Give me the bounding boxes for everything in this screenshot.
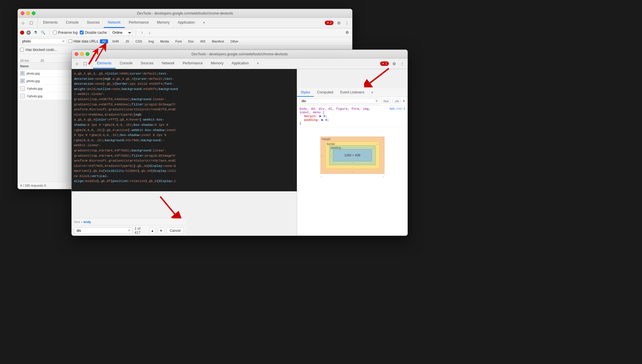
tab-network-2[interactable]: Network xyxy=(158,59,179,69)
box-bottom-dashes: - - xyxy=(320,175,385,178)
export-icon[interactable]: ↓ xyxy=(147,30,152,35)
cursor-icon[interactable]: ⊹ xyxy=(20,20,26,26)
tab-memory-1[interactable]: Memory xyxy=(153,18,174,28)
tab-sources-2[interactable]: Sources xyxy=(137,59,158,69)
settings-icon-toolbar[interactable]: ⚙ xyxy=(345,30,350,35)
styles-clear-icon[interactable]: ✕ xyxy=(375,99,378,103)
filter-ws-btn[interactable]: WS xyxy=(198,39,208,43)
tab-application-1[interactable]: Application xyxy=(174,18,199,28)
tab-more-styles[interactable]: » xyxy=(368,88,377,97)
padding-bottom-dash: - xyxy=(352,161,353,164)
no-cache-indicator-2: ⊗ xyxy=(27,94,29,98)
tab-sources-1[interactable]: Sources xyxy=(83,18,104,28)
tab-styles[interactable]: Styles xyxy=(297,88,314,97)
styles-search-input[interactable] xyxy=(299,98,379,104)
tab-console-1[interactable]: Console xyxy=(62,18,83,28)
add-style-button[interactable]: + xyxy=(403,98,405,104)
breadcrumb-html[interactable]: html xyxy=(74,220,80,224)
hide-data-urls-checkbox[interactable]: Hide data URLs xyxy=(68,39,98,43)
error-badge-2[interactable]: ✕ 1 xyxy=(380,61,389,66)
tab-more-2[interactable]: » xyxy=(253,59,263,69)
margin-dash-right: - xyxy=(382,137,383,141)
preserve-log-checkbox[interactable]: Preserve log xyxy=(53,31,77,35)
filter-img-btn[interactable]: Img xyxy=(146,39,156,43)
margin-label: margin xyxy=(322,137,331,141)
filter-css-btn[interactable]: CSS xyxy=(133,39,144,43)
maximize-button-1[interactable] xyxy=(32,11,36,15)
settings-icon-1[interactable]: ⚙ xyxy=(336,20,342,26)
window2-body: a.gb_3.gb_3,.gb_4{color:#666;cursor:defa… xyxy=(72,69,408,236)
tab-computed[interactable]: Computed xyxy=(314,88,337,97)
tab-memory-2[interactable]: Memory xyxy=(207,59,227,69)
tab-more-1[interactable]: » xyxy=(199,18,209,28)
nav-right-2: ✕ 1 ⚙ ⋮ xyxy=(380,59,408,69)
box-model: margin - - - - border - padding - - - xyxy=(320,137,385,178)
find-clear-icon[interactable]: ✕ xyxy=(128,229,130,232)
css-code-panel: a.gb_3.gb_3,.gb_4{color:#666;cursor:defa… xyxy=(72,69,297,191)
box-model-container: margin - - - - border - padding - - - xyxy=(297,133,408,182)
blocked-cookies-checkbox[interactable] xyxy=(20,48,24,52)
find-next-button[interactable]: ▼ xyxy=(158,227,164,234)
close-button-1[interactable] xyxy=(21,11,24,15)
filter-xhr-btn[interactable]: XHR xyxy=(110,39,121,43)
search-clear-icon[interactable]: ✕ xyxy=(62,39,65,43)
search-input[interactable] xyxy=(20,38,67,44)
file-icon-nocache-1: □ xyxy=(20,86,25,91)
tab-event-listeners[interactable]: Event Listeners xyxy=(337,88,368,97)
cursor-icon-2[interactable]: ⊹ xyxy=(74,61,80,67)
find-prev-button[interactable]: ▲ xyxy=(149,227,156,234)
clear-button[interactable]: ⊘ xyxy=(27,31,31,35)
tab-elements-1[interactable]: Elements xyxy=(39,18,62,28)
blocked-cookies-label: Has blocked cooki... xyxy=(26,48,57,52)
css-selector-2: input, menu { xyxy=(299,111,405,114)
device-icon[interactable]: ☐ xyxy=(28,20,34,26)
tab-performance-2[interactable]: Performance xyxy=(179,59,207,69)
search-icon[interactable]: 🔍 xyxy=(40,30,46,35)
more-icon-1[interactable]: ⋮ xyxy=(344,20,350,26)
find-input[interactable] xyxy=(74,227,132,234)
box-content: 1265 × 938 xyxy=(333,149,372,161)
breadcrumb-body[interactable]: body xyxy=(83,220,91,224)
tab-network-1[interactable]: Network xyxy=(104,18,125,28)
css-property-margin: margin: ▶ 0; xyxy=(299,114,405,118)
nav-icons-1: ⊹ ☐ xyxy=(20,18,38,28)
tab-console-2[interactable]: Console xyxy=(116,59,137,69)
name-column-header: Name xyxy=(20,64,29,68)
tab-application-2[interactable]: Application xyxy=(227,59,253,69)
minimize-button-2[interactable] xyxy=(80,52,84,56)
css-source[interactable]: app.css:1 xyxy=(389,107,405,110)
filter-icon[interactable]: ⚗ xyxy=(33,30,38,35)
devtools-nav-2: ⊹ ☐ Elements Console Sources Network Per… xyxy=(72,59,408,69)
find-cancel-button[interactable]: Cancel xyxy=(167,227,184,234)
filter-js-btn[interactable]: JS xyxy=(123,39,131,43)
filter-row: ✕ Hide data URLs All XHR JS CSS Img Medi… xyxy=(18,37,352,46)
filter-other-btn[interactable]: Other xyxy=(228,39,241,43)
hide-data-urls-input[interactable] xyxy=(68,39,72,43)
minimize-button-1[interactable] xyxy=(26,11,30,15)
preserve-log-label: Preserve log xyxy=(58,31,77,35)
settings-icon-2[interactable]: ⚙ xyxy=(391,61,397,67)
more-icon-2[interactable]: ⋮ xyxy=(399,61,405,67)
disable-cache-input[interactable] xyxy=(80,31,84,34)
filter-manifest-btn[interactable]: Manifest xyxy=(209,39,226,43)
padding-left-dash: - xyxy=(330,154,331,157)
throttle-select[interactable]: Online xyxy=(109,30,132,36)
preserve-log-input[interactable] xyxy=(53,31,57,34)
filter-font-btn[interactable]: Font xyxy=(173,39,184,43)
device-icon-2[interactable]: ☐ xyxy=(82,61,88,67)
hover-button[interactable]: :hov xyxy=(381,99,391,103)
separator-2 xyxy=(136,30,136,35)
styles-search-container: ✕ xyxy=(299,98,379,104)
tab-elements-2[interactable]: Elements xyxy=(93,59,116,69)
maximize-button-2[interactable] xyxy=(86,52,89,56)
close-button-2[interactable] xyxy=(75,52,78,56)
filter-doc-btn[interactable]: Doc xyxy=(186,39,196,43)
filter-all-btn[interactable]: All xyxy=(100,39,108,43)
import-icon[interactable]: ↑ xyxy=(140,30,145,35)
record-button[interactable] xyxy=(20,31,24,35)
error-badge-1[interactable]: ✕ 2 xyxy=(325,21,334,25)
tab-performance-1[interactable]: Performance xyxy=(125,18,153,28)
disable-cache-checkbox[interactable]: Disable cache xyxy=(80,31,107,35)
filter-media-btn[interactable]: Media xyxy=(158,39,171,43)
cls-button[interactable]: .cls xyxy=(392,99,401,103)
